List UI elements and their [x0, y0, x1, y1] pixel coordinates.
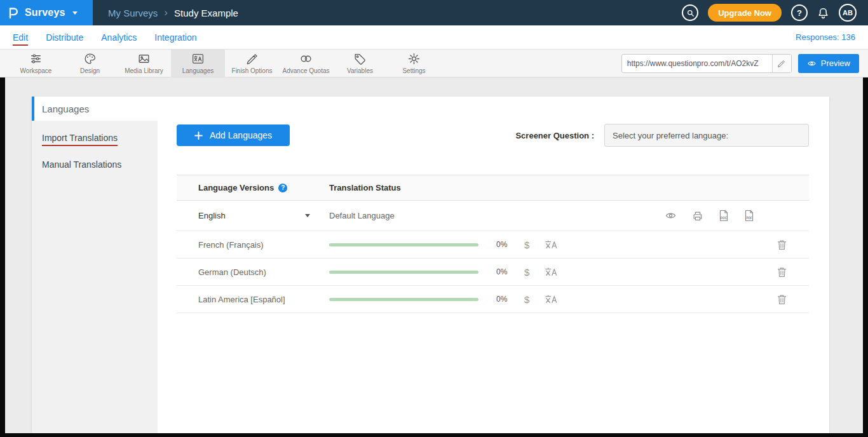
- edit-url-button[interactable]: [772, 55, 791, 72]
- tab-analytics[interactable]: Analytics: [101, 32, 137, 43]
- breadcrumb: My Surveys › Study Example: [108, 6, 238, 19]
- add-languages-button[interactable]: Add Languages: [177, 124, 290, 146]
- chevron-down-icon[interactable]: [305, 214, 310, 217]
- design-icon: [83, 52, 97, 65]
- doc-file-icon: DOC: [719, 210, 729, 222]
- pdf-file-icon: PDF: [744, 210, 754, 222]
- delete-language-button[interactable]: [777, 239, 787, 250]
- top-bar: Surveys My Surveys › Study Example Upgra…: [0, 0, 868, 25]
- survey-url-box: [621, 54, 792, 73]
- paid-translation-button[interactable]: $: [524, 267, 529, 278]
- preview-label: Preview: [821, 58, 850, 68]
- trash-icon: [777, 239, 787, 250]
- translation-percent: 0%: [496, 240, 515, 249]
- toolbar-right: Preview: [621, 50, 868, 77]
- workspace-icon: [29, 52, 43, 65]
- panel-title: Languages: [32, 104, 89, 114]
- edit-toolbar: Workspace Design Media Library Languages: [0, 50, 868, 77]
- panel-header: Languages: [32, 97, 829, 121]
- translate-icon: [545, 239, 558, 250]
- translation-status-header: Translation Status: [329, 183, 754, 192]
- tab-integration[interactable]: Integration: [154, 32, 196, 43]
- auto-translate-button[interactable]: [545, 239, 558, 250]
- export-pdf-button[interactable]: PDF: [744, 210, 754, 222]
- eye-icon: [665, 211, 677, 220]
- chevron-down-icon: [72, 11, 78, 15]
- translation-percent: 0%: [496, 295, 515, 304]
- menu-item-manual-translations[interactable]: Manual Translations: [32, 151, 158, 178]
- paid-translation-button[interactable]: $: [524, 294, 529, 305]
- breadcrumb-my-surveys[interactable]: My Surveys: [108, 8, 158, 18]
- upgrade-now-button[interactable]: Upgrade Now: [708, 4, 782, 22]
- finish-options-icon: [245, 52, 259, 65]
- toolbar-item-languages[interactable]: Languages: [171, 50, 225, 77]
- translate-icon: [545, 267, 558, 277]
- questionpro-logo-icon: [8, 6, 19, 19]
- delete-language-button[interactable]: [777, 267, 787, 278]
- settings-gear-icon: [407, 52, 421, 65]
- printer-icon: [692, 210, 703, 222]
- eye-icon: [807, 60, 817, 67]
- translation-progress-bar: [329, 271, 478, 274]
- language-row: Latin America [Español] 0% $: [177, 286, 809, 313]
- surveys-menu-button[interactable]: Surveys: [0, 0, 93, 25]
- translation-percent: 0%: [496, 267, 515, 276]
- language-name: Latin America [Español]: [198, 295, 285, 304]
- chevron-right-icon: ›: [164, 6, 168, 19]
- preview-button[interactable]: Preview: [798, 54, 859, 73]
- paid-translation-button[interactable]: $: [524, 239, 529, 250]
- view-survey-button[interactable]: [665, 211, 677, 220]
- default-language-row: English Default Language: [177, 201, 809, 231]
- help-button[interactable]: ?: [791, 4, 808, 21]
- toolbar-item-workspace[interactable]: Workspace: [9, 50, 63, 77]
- language-versions-header: Language Versions ?: [177, 183, 329, 192]
- survey-url-input[interactable]: [622, 59, 772, 68]
- screener-question-select[interactable]: Select your preferred language:: [604, 124, 809, 147]
- language-row: French (Français) 0% $: [177, 231, 809, 259]
- menu-item-import-translations[interactable]: Import Translations: [32, 124, 158, 151]
- toolbar-item-advance-quotas[interactable]: Advance Quotas: [279, 50, 333, 77]
- tab-distribute[interactable]: Distribute: [46, 32, 83, 43]
- brand-label: Surveys: [25, 7, 65, 18]
- languages-side-menu: Import Translations Manual Translations: [32, 121, 158, 433]
- default-language-label: Default Language: [329, 211, 395, 220]
- translation-progress-bar: [329, 298, 478, 301]
- print-button[interactable]: [692, 210, 703, 222]
- screener-question-value: Select your preferred language:: [613, 131, 728, 140]
- responses-count[interactable]: Responses: 136: [796, 32, 855, 42]
- survey-nav: Edit Distribute Analytics Integration Re…: [0, 25, 868, 50]
- bell-icon: [817, 7, 829, 19]
- accent-bar: [32, 97, 34, 121]
- languages-icon: [191, 52, 205, 65]
- toolbar-item-design[interactable]: Design: [63, 50, 117, 77]
- auto-translate-button[interactable]: [545, 294, 558, 304]
- translation-progress-bar: [329, 243, 478, 246]
- tab-edit[interactable]: Edit: [13, 32, 28, 43]
- language-row: German (Deutsch) 0% $: [177, 259, 809, 286]
- avatar-initials: AB: [843, 9, 853, 17]
- notifications-button[interactable]: [817, 7, 829, 19]
- avatar[interactable]: AB: [839, 4, 857, 22]
- translate-icon: [545, 294, 558, 304]
- add-languages-label: Add Languages: [210, 130, 272, 140]
- media-library-icon: [137, 52, 151, 65]
- trash-icon: [777, 267, 787, 278]
- search-button[interactable]: [682, 4, 698, 21]
- question-mark-icon: ?: [797, 8, 802, 18]
- toolbar-item-media-library[interactable]: Media Library: [117, 50, 171, 77]
- export-doc-button[interactable]: DOC: [719, 210, 729, 222]
- toolbar-item-settings[interactable]: Settings: [387, 50, 441, 77]
- plus-icon: [194, 131, 203, 140]
- languages-main: Add Languages Screener Question : Select…: [158, 121, 829, 433]
- search-icon: [686, 9, 695, 17]
- delete-language-button[interactable]: [777, 294, 787, 305]
- toolbar-item-variables[interactable]: Variables: [333, 50, 387, 77]
- svg-text:PDF: PDF: [746, 217, 752, 220]
- toolbar-item-finish-options[interactable]: Finish Options: [225, 50, 279, 77]
- language-name: German (Deutsch): [198, 267, 266, 277]
- trash-icon: [777, 294, 787, 305]
- export-icons: DOC PDF: [665, 210, 754, 222]
- advance-quotas-icon: [299, 52, 313, 65]
- help-icon[interactable]: ?: [278, 184, 287, 192]
- auto-translate-button[interactable]: [545, 267, 558, 277]
